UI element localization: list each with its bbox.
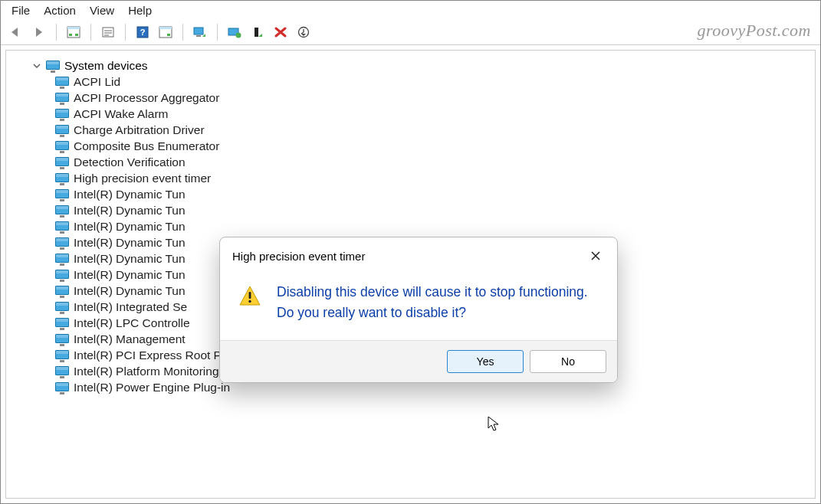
tree-item-label: Intel(R) Dynamic Tun — [74, 236, 186, 250]
svg-rect-19 — [249, 292, 251, 299]
device-icon — [55, 270, 69, 280]
svg-text:?: ? — [140, 28, 146, 37]
tree-root-label: System devices — [64, 59, 148, 73]
svg-rect-14 — [196, 35, 201, 37]
menu-file[interactable]: File — [11, 4, 30, 17]
tree-item[interactable]: ACPI Lid — [55, 74, 815, 90]
close-button[interactable] — [583, 245, 608, 267]
tree-item-label: Intel(R) Dynamic Tun — [74, 204, 186, 218]
tree-item-label: Intel(R) Dynamic Tun — [74, 284, 186, 298]
device-icon — [55, 254, 69, 264]
warning-icon — [238, 282, 263, 323]
svg-rect-2 — [69, 34, 72, 36]
dialog-title: High precision event timer — [232, 250, 365, 263]
menu-view[interactable]: View — [90, 4, 114, 17]
svg-point-16 — [236, 33, 241, 38]
svg-point-20 — [248, 300, 251, 303]
tree-item-label: Intel(R) Power Engine Plug-in — [74, 381, 230, 394]
tree-item-label: ACPI Wake Alarm — [74, 107, 168, 121]
enable-device-button[interactable] — [248, 23, 267, 41]
tree-item-label: Intel(R) Dynamic Tun — [74, 268, 186, 282]
tree-item[interactable]: Intel(R) Dynamic Tun — [55, 202, 815, 218]
separator — [90, 24, 91, 41]
separator — [56, 24, 57, 41]
device-icon — [46, 61, 60, 71]
menu-action[interactable]: Action — [44, 4, 76, 17]
tree-item-label: Intel(R) Management — [74, 332, 186, 346]
tree-item-label: Intel(R) LPC Controlle — [74, 316, 190, 330]
tree-item-label: ACPI Processor Aggregator — [74, 91, 219, 105]
device-icon — [55, 93, 69, 103]
device-icon — [55, 382, 69, 393]
device-icon — [55, 366, 69, 377]
device-icon — [55, 141, 69, 152]
tree-root-system-devices[interactable]: System devices — [32, 58, 815, 74]
tree-item[interactable]: Charge Arbitration Driver — [55, 122, 815, 138]
confirm-disable-dialog: High precision event timer Disabling thi… — [219, 237, 618, 383]
help-button[interactable]: ? — [133, 23, 152, 41]
device-icon — [55, 221, 69, 232]
svg-rect-17 — [255, 28, 258, 37]
tree-item[interactable]: Intel(R) Dynamic Tun — [55, 186, 815, 202]
no-button[interactable]: No — [530, 350, 606, 373]
device-icon — [55, 302, 69, 313]
properties-button[interactable] — [99, 23, 117, 41]
device-icon — [55, 189, 69, 200]
svg-rect-3 — [75, 34, 78, 36]
device-icon — [55, 173, 69, 184]
separator — [217, 24, 218, 41]
svg-rect-11 — [159, 27, 172, 29]
device-icon — [55, 157, 69, 168]
device-icon — [55, 237, 69, 248]
tree-item-label: Intel(R) Dynamic Tun — [74, 220, 186, 234]
tree-item[interactable]: High precision event timer — [55, 170, 815, 186]
tree-item-label: Intel(R) Dynamic Tun — [74, 252, 186, 266]
watermark: groovyPost.com — [697, 21, 811, 41]
tree-item[interactable]: Detection Verification — [55, 154, 815, 170]
show-hide-tree-button[interactable] — [64, 23, 83, 41]
svg-rect-1 — [67, 27, 80, 29]
separator — [182, 24, 183, 41]
device-icon — [55, 334, 69, 345]
device-icon — [55, 286, 69, 296]
device-icon — [55, 350, 69, 361]
uninstall-device-button[interactable] — [271, 23, 290, 41]
tree-item-label: Detection Verification — [74, 155, 186, 169]
update-driver-button[interactable] — [225, 23, 244, 41]
separator — [125, 24, 126, 41]
svg-rect-13 — [194, 28, 203, 34]
tree-item-label: Charge Arbitration Driver — [74, 123, 205, 137]
svg-rect-12 — [167, 34, 170, 36]
device-icon — [55, 109, 69, 119]
device-icon — [55, 125, 69, 136]
tree-item[interactable]: ACPI Wake Alarm — [55, 106, 815, 122]
back-button[interactable] — [7, 23, 25, 41]
scan-hardware-button[interactable] — [191, 23, 209, 41]
device-icon — [55, 77, 69, 87]
tree-item-label: Intel(R) Integrated Se — [74, 300, 187, 314]
device-icon — [55, 318, 69, 329]
menu-help[interactable]: Help — [128, 4, 152, 17]
tree-item[interactable]: Composite Bus Enumerator — [55, 138, 815, 154]
tree-item[interactable]: ACPI Processor Aggregator — [55, 90, 815, 106]
detail-view-button[interactable] — [156, 23, 175, 41]
chevron-down-icon[interactable] — [32, 61, 41, 70]
dialog-message: Disabling this device will cause it to s… — [277, 282, 599, 323]
menu-bar: File Action View Help — [1, 1, 820, 21]
tree-item-label: Composite Bus Enumerator — [74, 139, 219, 153]
tree-item-label: Intel(R) Dynamic Tun — [74, 188, 186, 201]
device-icon — [55, 205, 69, 216]
tree-item-label: High precision event timer — [74, 172, 211, 185]
disable-device-button[interactable] — [294, 23, 313, 41]
yes-button[interactable]: Yes — [447, 350, 524, 373]
tree-item[interactable]: Intel(R) Dynamic Tun — [55, 218, 815, 234]
forward-button[interactable] — [30, 23, 48, 41]
tree-item-label: ACPI Lid — [74, 75, 120, 89]
